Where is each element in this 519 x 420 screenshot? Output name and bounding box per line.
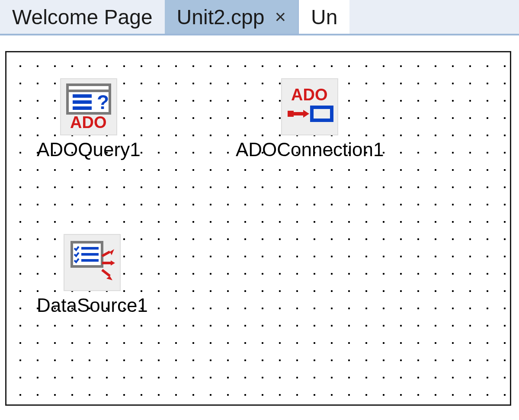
svg-marker-10 [303, 110, 309, 118]
svg-text:ADO: ADO [70, 113, 106, 131]
svg-marker-21 [106, 276, 112, 280]
svg-text:?: ? [97, 91, 109, 113]
ado-query-icon: ? ADO [60, 78, 117, 135]
component-datasource1[interactable]: DataSource1 [37, 234, 148, 316]
component-adoconnection1[interactable]: ADO ADOConnection1 [236, 78, 384, 160]
component-label: DataSource1 [37, 295, 148, 316]
component-label: ADOQuery1 [37, 139, 141, 160]
component-adoquery1[interactable]: ? ADO ADOQuery1 [37, 78, 141, 160]
ado-connection-icon: ADO [281, 78, 338, 135]
svg-line-20 [102, 270, 110, 276]
tab-label: Welcome Page [12, 5, 153, 29]
tab-label: Un [311, 5, 337, 29]
form-designer-surface[interactable]: ? ADO ADOQuery1 ADO [5, 51, 511, 406]
svg-marker-19 [111, 260, 115, 266]
designer-area: ? ADO ADOQuery1 ADO [0, 35, 519, 410]
tab-welcome-page[interactable]: Welcome Page [0, 0, 165, 34]
svg-rect-8 [288, 111, 294, 117]
svg-text:ADO: ADO [291, 86, 327, 104]
tab-bar: Welcome Page Unit2.cpp × Un [0, 0, 519, 35]
component-label: ADOConnection1 [236, 139, 384, 160]
svg-marker-17 [110, 249, 114, 255]
tab-cutoff[interactable]: Un [298, 0, 349, 34]
svg-rect-11 [312, 107, 332, 120]
tab-unit2-cpp[interactable]: Unit2.cpp × [165, 0, 298, 34]
tab-label: Unit2.cpp [177, 5, 265, 29]
data-source-icon [64, 234, 121, 291]
close-icon[interactable]: × [275, 7, 286, 26]
